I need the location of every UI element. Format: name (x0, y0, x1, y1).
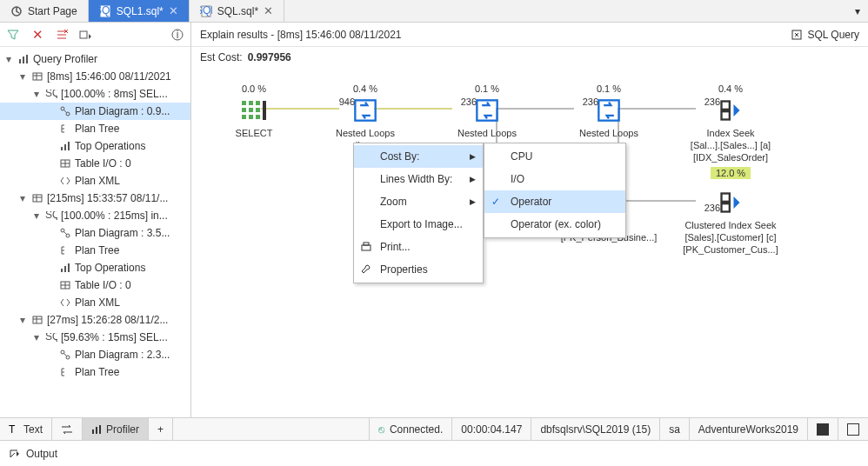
bottom-tab-profiler[interactable]: Profiler (83, 418, 149, 440)
table-icon (59, 157, 71, 170)
tree-twisty-icon[interactable] (45, 123, 56, 134)
tab-label: Start Page (28, 5, 77, 17)
tree-twisty-icon[interactable] (45, 176, 56, 186)
profiler-toolbar: ✕ i (0, 23, 190, 47)
result-icon (31, 314, 43, 326)
status-elapsed: 00:00:04.147 (452, 418, 531, 440)
tree-twisty-icon[interactable] (45, 245, 56, 256)
svg-rect-49 (96, 427, 97, 434)
diagram-icon (59, 105, 71, 117)
tree-twisty-icon[interactable]: ▾ (3, 54, 14, 64)
tree-row[interactable]: ▾[27ms] 15:26:28 08/11/2... (0, 311, 190, 329)
tree-twisty-icon[interactable] (45, 297, 56, 308)
submenu-item-operator-ex-color[interactable]: Operator (ex. color) (484, 213, 625, 236)
submenu-item-io[interactable]: I/O (484, 168, 625, 190)
tree-twisty-icon[interactable]: ▾ (17, 315, 28, 325)
tab-start-page[interactable]: Start Page (0, 0, 89, 22)
select-icon (241, 97, 267, 123)
tree-twisty-icon[interactable]: ▾ (31, 332, 42, 343)
svg-rect-44 (263, 101, 266, 120)
tree-row[interactable]: Top Operations (0, 137, 190, 155)
check-icon: ✓ (491, 196, 500, 208)
nested-loops-icon (474, 97, 500, 123)
plan-node-select[interactable]: 0.0 % SELECT (204, 83, 304, 139)
tree-twisty-icon[interactable] (45, 228, 56, 238)
tree-label: [215ms] 15:33:57 08/11/... (47, 192, 168, 204)
menu-item-export-image[interactable]: Export to Image... (354, 213, 483, 236)
plan-node-nested-loops-2[interactable]: 0.1 % 236 Nested Loops (437, 83, 537, 139)
cost-infobar: Est Cost: 0.997956 (191, 47, 868, 68)
submenu-item-operator[interactable]: ✓Operator (484, 190, 625, 213)
sql-icon: SQL (45, 88, 57, 100)
close-icon[interactable]: ✕ (169, 4, 178, 17)
submenu-item-cpu[interactable]: CPU (484, 145, 625, 168)
bottom-tab-add[interactable]: + (149, 418, 173, 440)
tree-row[interactable]: Top Operations (0, 259, 190, 276)
tree-row[interactable]: ▾SQL[100.00% : 215ms] in... (0, 207, 190, 224)
menu-item-print[interactable]: Print... (354, 236, 483, 258)
tree-row[interactable]: Table I/O : 0 (0, 155, 190, 172)
menu-item-zoom[interactable]: Zoom▶ (354, 190, 483, 213)
output-label: Output (26, 448, 57, 460)
tree-row[interactable]: Plan Diagram : 3.5... (0, 224, 190, 242)
svg-rect-50 (99, 425, 101, 434)
profiler-tree[interactable]: ▾Query Profiler▾[8ms] 15:46:00 08/11/202… (0, 47, 190, 417)
svg-rect-35 (242, 101, 246, 105)
tree-twisty-icon[interactable]: ▾ (31, 210, 42, 221)
bottom-bar: T Text Profiler + ⎋ Connected. 00:00:04.… (0, 417, 868, 440)
plan-node-nested-loops-1[interactable]: 0.4 % 946 Nested Loops (Inne (315, 83, 416, 151)
plan-node-index-seek[interactable]: 0.4 % 236 Index Seek [Sal...].[Sales...]… (680, 83, 781, 179)
tree-row[interactable]: Table I/O : 0 (0, 276, 190, 294)
menu-item-cost-by[interactable]: Cost By:▶ (354, 145, 483, 168)
tab-sql2[interactable]: SQL SQL.sql* ✕ (190, 0, 284, 22)
tree-twisty-icon[interactable]: ▾ (31, 89, 42, 99)
settings-dropdown-icon[interactable] (78, 27, 94, 43)
tree-row[interactable]: ▾[8ms] 15:46:00 08/11/2021 (0, 68, 190, 85)
tab-list-dropdown[interactable]: ▾ (847, 0, 868, 22)
bottom-tab-text[interactable]: T Text (0, 418, 52, 440)
menu-item-properties[interactable]: Properties (354, 258, 483, 281)
submenu-arrow-icon: ▶ (470, 197, 476, 206)
tree-twisty-icon[interactable] (45, 280, 56, 290)
plan-node-clustered-seek-3[interactable]: 236 Clustered Index Seek [Sales].[Custom… (680, 190, 781, 256)
tree-twisty-icon[interactable] (45, 158, 56, 169)
sql-query-button[interactable]: SQL Query (791, 29, 859, 41)
menu-item-lines-width-by[interactable]: Lines Width By:▶ (354, 168, 483, 190)
bottom-tab-swap[interactable] (52, 418, 83, 440)
tree-row[interactable]: ▾SQL[59.63% : 15ms] SEL... (0, 329, 190, 346)
tree-row[interactable]: Plan Diagram : 0.9... (0, 103, 190, 120)
tree-row[interactable]: ▾Query Profiler (0, 50, 190, 68)
tree-row[interactable]: Plan Tree (0, 120, 190, 137)
delete-icon[interactable]: ✕ (30, 27, 45, 43)
filter-icon[interactable] (5, 27, 21, 43)
plan-node-nested-loops-3[interactable]: 0.1 % 236 Nested Loops (558, 83, 659, 139)
tree-twisty-icon[interactable] (45, 106, 56, 116)
svg-rect-11 (19, 59, 21, 63)
text-icon: T (9, 424, 19, 435)
close-icon[interactable]: ✕ (264, 4, 273, 17)
svg-text:SQL: SQL (45, 333, 57, 342)
tree-twisty-icon[interactable]: ▾ (17, 71, 28, 82)
tree-twisty-icon[interactable] (45, 367, 56, 377)
svg-rect-28 (68, 263, 70, 272)
info-icon[interactable]: i (170, 27, 185, 43)
tree-twisty-icon[interactable] (45, 141, 56, 151)
tree-twisty-icon[interactable] (45, 350, 56, 360)
layout-toggle-1[interactable] (808, 418, 838, 440)
layout-toggle-2[interactable] (838, 418, 868, 440)
tree-twisty-icon[interactable]: ▾ (17, 193, 28, 203)
tree-row[interactable]: Plan XML (0, 294, 190, 311)
tree-row[interactable]: Plan XML (0, 172, 190, 190)
tree-row[interactable]: ▾[215ms] 15:33:57 08/11/... (0, 190, 190, 207)
output-bar[interactable]: Output (0, 440, 868, 466)
tab-sql1[interactable]: SQL SQL1.sql* ✕ (89, 0, 190, 22)
clear-list-icon[interactable] (54, 27, 70, 43)
tree-row[interactable]: Plan Diagram : 2.3... (0, 346, 190, 363)
diagram-icon (59, 349, 71, 361)
tree-row[interactable]: Plan Tree (0, 242, 190, 259)
tree-row[interactable]: ▾SQL[100.00% : 8ms] SEL... (0, 85, 190, 103)
sql-query-icon (791, 29, 803, 41)
plan-diagram[interactable]: 0.0 % SELECT 0.4 % 946 Nested Loops (Inn… (191, 68, 868, 417)
tree-twisty-icon[interactable] (45, 263, 56, 273)
tree-row[interactable]: Plan Tree (0, 363, 190, 381)
